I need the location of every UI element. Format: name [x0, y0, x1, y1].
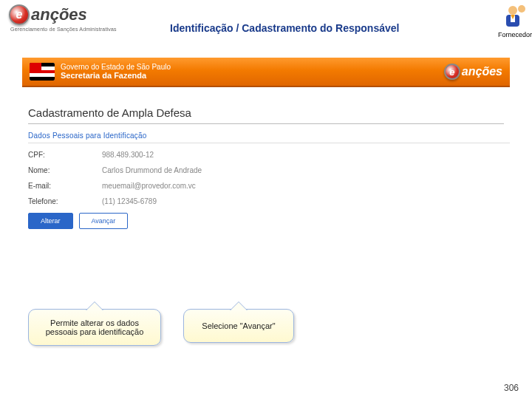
field-telefone: Telefone: (11) 12345-6789: [28, 197, 510, 205]
page-title: Identificação / Cadastramento do Respons…: [170, 22, 399, 34]
app-header: Governo do Estado de São Paulo Secretari…: [22, 58, 510, 87]
email-value: meuemail@provedor.com.vc: [102, 182, 196, 190]
field-nome: Nome: Carlos Drummond de Andrade: [28, 166, 510, 174]
field-email: E-mail: meuemail@provedor.com.vc: [28, 182, 510, 190]
state-flag-icon: [30, 63, 55, 81]
callout-alterar: Permite alterar os dados pessoais para i…: [28, 309, 161, 346]
logo-subtitle: Gerenciamento de Sanções Administrativas: [10, 27, 117, 32]
logo-mark: e: [9, 4, 30, 25]
cpf-label: CPF:: [28, 151, 102, 159]
user-role-label: Fornecedor: [498, 31, 532, 38]
app-logo: e anções: [9, 4, 87, 25]
header-logo: e anções: [444, 64, 502, 80]
field-cpf: CPF: 988.489.300-12: [28, 151, 510, 159]
nome-label: Nome:: [28, 166, 102, 174]
section-divider: [28, 123, 504, 124]
svg-rect-5: [520, 5, 523, 10]
nome-value: Carlos Drummond de Andrade: [102, 166, 202, 174]
header-line1: Governo do Estado de São Paulo: [61, 63, 171, 71]
subsection-title: Dados Pessoais para Identificação: [28, 132, 510, 143]
logo-mark-small: e: [444, 64, 460, 80]
page-number: 306: [504, 383, 519, 393]
logo-word-small: anções: [462, 65, 502, 78]
header-line2: Secretaria da Fazenda: [61, 71, 171, 80]
user-icon: [499, 3, 526, 30]
logo-word: anções: [31, 5, 87, 24]
callout-avancar: Selecione "Avançar": [183, 309, 294, 343]
app-panel: Governo do Estado de São Paulo Secretari…: [22, 58, 510, 257]
identification-form: CPF: 988.489.300-12 Nome: Carlos Drummon…: [28, 151, 510, 205]
cpf-value: 988.489.300-12: [102, 151, 154, 159]
alterar-button[interactable]: Alterar: [28, 213, 73, 229]
telefone-label: Telefone:: [28, 197, 102, 205]
svg-point-0: [508, 6, 517, 15]
avancar-button[interactable]: Avançar: [79, 213, 129, 229]
telefone-value: (11) 12345-6789: [102, 197, 157, 205]
email-label: E-mail:: [28, 182, 102, 190]
section-title: Cadastramento de Ampla Defesa: [28, 106, 510, 119]
